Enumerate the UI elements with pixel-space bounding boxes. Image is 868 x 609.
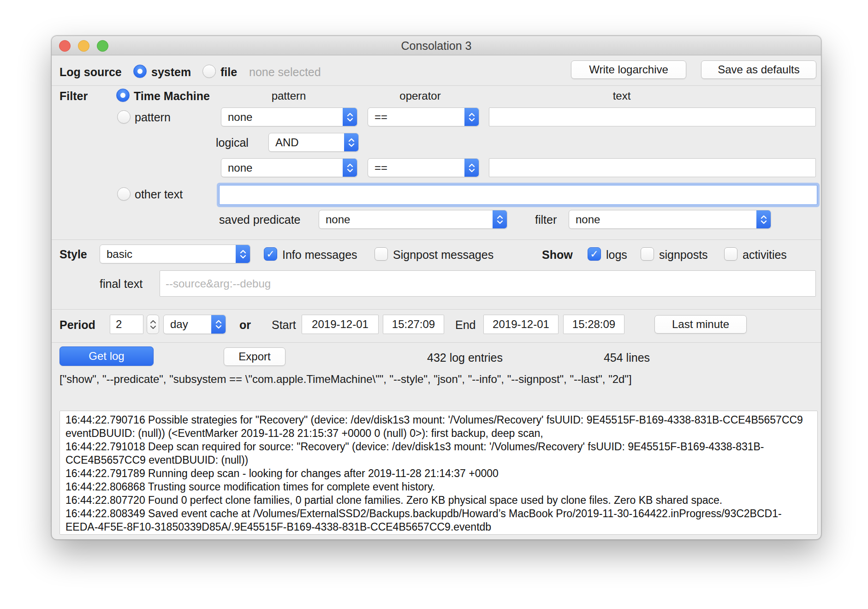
period-value-input[interactable]	[110, 315, 143, 334]
filter-time-machine-label[interactable]: Time Machine	[134, 89, 210, 103]
filter-other-text-label[interactable]: other text	[135, 187, 183, 202]
command-line-text: ["show", "--predicate", "subsystem == \"…	[59, 372, 632, 387]
saved-predicate-label: saved predicate	[219, 212, 301, 227]
start-time-input[interactable]	[383, 315, 444, 334]
end-time-input[interactable]	[563, 315, 624, 334]
signpost-messages-checkbox[interactable]	[375, 247, 388, 261]
log-output-area[interactable]: 16:44:22.790716 Possible strategies for …	[59, 411, 818, 535]
chevron-updown-icon	[493, 210, 507, 228]
log-entry: 16:44:22.806868 Trusting source modifica…	[65, 480, 812, 494]
log-entries-count: 432 log entries	[427, 350, 503, 365]
log-source-system-radio[interactable]	[133, 65, 147, 78]
log-entry: 16:44:22.791018 Deep scan required for s…	[65, 440, 812, 467]
info-messages-label[interactable]: Info messages	[282, 247, 357, 262]
style-select[interactable]: basic	[100, 245, 250, 263]
divider	[52, 309, 821, 310]
log-entry: 16:44:22.807720 Found 0 perfect clone fa…	[65, 494, 812, 507]
write-logarchive-button[interactable]: Write logarchive	[571, 60, 686, 79]
end-date-input[interactable]	[483, 315, 559, 334]
filter-time-machine-radio[interactable]	[116, 89, 130, 102]
info-messages-checkbox[interactable]	[264, 247, 277, 261]
saved-filter-label: filter	[535, 212, 557, 227]
final-text-label: final text	[100, 276, 143, 291]
window-title: Consolation 3	[52, 39, 821, 53]
chevron-updown-icon	[236, 245, 250, 263]
pattern-column-header: pattern	[272, 89, 306, 103]
final-text-input[interactable]	[160, 270, 816, 297]
show-signposts-checkbox[interactable]	[641, 247, 654, 261]
get-log-button[interactable]: Get log	[59, 346, 154, 366]
log-source-file-label[interactable]: file	[220, 65, 237, 79]
filter-pattern-radio-label[interactable]: pattern	[135, 110, 171, 125]
filter-label: Filter	[59, 89, 88, 103]
logical-select[interactable]: AND	[268, 133, 359, 152]
log-entry: 16:44:22.790716 Possible strategies for …	[65, 413, 812, 440]
chevron-down-icon	[150, 326, 156, 329]
export-button[interactable]: Export	[224, 347, 285, 366]
chevron-updown-icon	[756, 210, 771, 228]
filter-other-text-radio[interactable]	[117, 187, 131, 201]
start-label: Start	[272, 317, 296, 332]
divider	[52, 239, 821, 240]
chevron-updown-icon	[344, 133, 358, 151]
lines-count: 454 lines	[604, 350, 650, 365]
text-column-header: text	[613, 89, 631, 103]
show-activities-label[interactable]: activities	[743, 247, 787, 262]
or-label: or	[239, 317, 251, 332]
file-none-selected-text: none selected	[249, 65, 321, 79]
log-source-system-label[interactable]: system	[151, 65, 191, 79]
show-logs-label[interactable]: logs	[606, 247, 627, 262]
divider	[52, 342, 821, 343]
period-stepper[interactable]	[147, 315, 159, 334]
chevron-updown-icon	[464, 108, 479, 126]
show-logs-checkbox[interactable]	[588, 247, 601, 261]
last-minute-button[interactable]: Last minute	[654, 315, 747, 334]
start-date-input[interactable]	[302, 315, 379, 334]
saved-predicate-select[interactable]: none	[319, 210, 507, 229]
pattern-select-1[interactable]: none	[221, 107, 357, 126]
log-source-file-radio[interactable]	[202, 65, 216, 78]
chevron-up-icon	[150, 320, 156, 323]
style-label: Style	[59, 247, 87, 262]
operator-select-1[interactable]: ==	[368, 107, 479, 126]
chevron-updown-icon	[343, 108, 357, 126]
log-entry: 16:44:22.808349 Saved event cache at /Vo…	[65, 507, 812, 534]
operator-select-2[interactable]: ==	[368, 158, 479, 177]
period-label: Period	[59, 317, 95, 332]
saved-filter-select[interactable]: none	[569, 210, 771, 229]
filter-text-input-2[interactable]	[489, 158, 816, 177]
chevron-updown-icon	[343, 159, 357, 177]
desktop-background: Consolation 3 Log source system file non…	[0, 0, 868, 609]
show-label: Show	[542, 247, 573, 262]
end-label: End	[455, 317, 476, 332]
log-entry: 16:44:22.791789 Running deep scan - look…	[65, 467, 812, 480]
show-activities-checkbox[interactable]	[724, 247, 737, 261]
pattern-select-2[interactable]: none	[221, 158, 357, 177]
operator-column-header: operator	[399, 89, 440, 103]
chevron-updown-icon	[464, 159, 479, 177]
titlebar[interactable]: Consolation 3	[52, 36, 821, 55]
filter-pattern-radio[interactable]	[117, 110, 131, 124]
period-unit-select[interactable]: day	[163, 315, 226, 334]
log-source-label: Log source	[59, 65, 122, 79]
divider	[52, 85, 821, 86]
chevron-updown-icon	[211, 315, 226, 334]
filter-text-input-1[interactable]	[489, 107, 816, 126]
app-window: Consolation 3 Log source system file non…	[51, 36, 821, 540]
other-text-input[interactable]	[219, 185, 817, 205]
signpost-messages-label[interactable]: Signpost messages	[393, 247, 493, 262]
logical-label: logical	[216, 135, 249, 150]
save-as-defaults-button[interactable]: Save as defaults	[701, 60, 816, 79]
show-signposts-label[interactable]: signposts	[659, 247, 708, 262]
